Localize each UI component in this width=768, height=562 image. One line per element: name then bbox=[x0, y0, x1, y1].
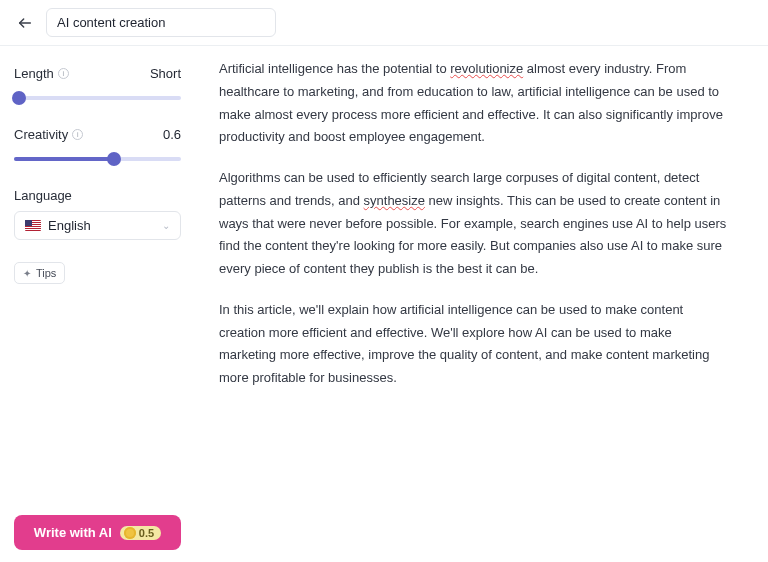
creativity-label: Creativity i bbox=[14, 127, 83, 142]
back-button[interactable] bbox=[14, 12, 36, 34]
length-slider[interactable] bbox=[14, 91, 181, 105]
paragraph-2: Algorithms can be used to efficiently se… bbox=[219, 167, 728, 281]
spellcheck-squiggle: revolutionize bbox=[450, 61, 523, 76]
tips-button[interactable]: ✦ Tips bbox=[14, 262, 65, 284]
language-label: Language bbox=[14, 188, 181, 203]
topbar bbox=[0, 0, 768, 46]
arrow-left-icon bbox=[17, 15, 33, 31]
creativity-value: 0.6 bbox=[163, 127, 181, 142]
chevron-down-icon: ⌄ bbox=[162, 220, 170, 231]
content-area[interactable]: Artificial intelligence has the potentia… bbox=[195, 46, 768, 562]
length-label: Length i bbox=[14, 66, 69, 81]
creativity-slider[interactable] bbox=[14, 152, 181, 166]
sparkle-icon: ✦ bbox=[23, 268, 31, 279]
cta-label: Write with AI bbox=[34, 525, 112, 540]
info-icon[interactable]: i bbox=[58, 68, 69, 79]
creativity-control: Creativity i 0.6 bbox=[14, 127, 181, 166]
language-control: Language English ⌄ bbox=[14, 188, 181, 240]
flag-us-icon bbox=[25, 220, 41, 231]
language-selected: English bbox=[48, 218, 91, 233]
info-icon[interactable]: i bbox=[72, 129, 83, 140]
tips-label: Tips bbox=[36, 267, 56, 279]
length-control: Length i Short bbox=[14, 66, 181, 105]
spellcheck-squiggle: synthesize bbox=[364, 193, 425, 208]
credit-value: 0.5 bbox=[139, 527, 154, 539]
title-input[interactable] bbox=[46, 8, 276, 37]
length-value: Short bbox=[150, 66, 181, 81]
paragraph-1: Artificial intelligence has the potentia… bbox=[219, 58, 728, 149]
coin-icon bbox=[124, 527, 136, 539]
paragraph-3: In this article, we'll explain how artif… bbox=[219, 299, 728, 390]
write-with-ai-button[interactable]: Write with AI 0.5 bbox=[14, 515, 181, 550]
language-select[interactable]: English ⌄ bbox=[14, 211, 181, 240]
sidebar: Length i Short Creativity i 0.6 bbox=[0, 46, 195, 562]
credit-chip: 0.5 bbox=[120, 526, 161, 540]
